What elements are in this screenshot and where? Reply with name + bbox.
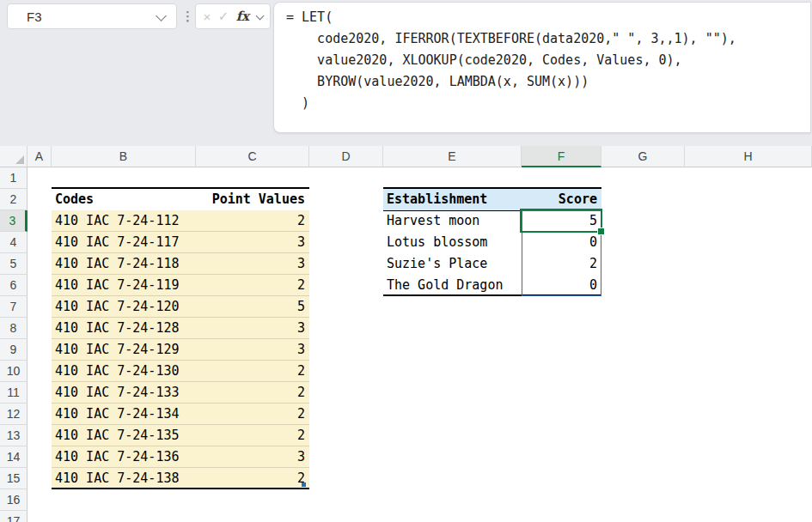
point-value-cell[interactable]: 3 (196, 446, 309, 468)
row-header-13[interactable]: 13 (0, 425, 27, 446)
range-end-marker (302, 483, 306, 487)
code-cell[interactable]: 410 IAC 7-24-117 (52, 232, 196, 253)
code-cell[interactable]: 410 IAC 7-24-119 (52, 275, 196, 296)
row-header-17[interactable]: 17 (0, 511, 27, 522)
column-header-d[interactable]: D (309, 146, 383, 167)
column-header-a[interactable]: A (27, 146, 52, 167)
formula-bar-area: F3 ⋮ × ✓ fx = LET( code2020, IFERROR(TEX… (0, 0, 812, 146)
code-cell[interactable]: 410 IAC 7-24-130 (52, 361, 196, 382)
formula-bar[interactable]: = LET( code2020, IFERROR(TEXTBEFORE(data… (273, 2, 811, 133)
code-cell[interactable]: 410 IAC 7-24-138 (52, 468, 196, 489)
establishment-name-cell[interactable]: Suzie's Place (383, 253, 522, 275)
code-cell[interactable]: 410 IAC 7-24-133 (52, 382, 196, 404)
fill-handle[interactable] (597, 228, 605, 235)
row-header-14[interactable]: 14 (0, 446, 27, 468)
row-header-1[interactable]: 1 (0, 167, 27, 189)
establishment-name-cell[interactable]: Harvest moon (383, 210, 522, 232)
column-header-e[interactable]: E (383, 146, 522, 167)
code-cell[interactable]: 410 IAC 7-24-134 (52, 404, 196, 425)
drag-handle-icon[interactable]: ⋮ (181, 3, 192, 30)
point-value-cell[interactable]: 2 (196, 382, 309, 404)
code-cell[interactable]: 410 IAC 7-24-112 (52, 210, 196, 232)
point-value-cell[interactable]: 5 (196, 296, 309, 318)
row-header-12[interactable]: 12 (0, 404, 27, 425)
formula-line: = LET( (286, 7, 810, 28)
row-header-6[interactable]: 6 (0, 275, 27, 296)
formula-line: BYROW(value2020, LAMBDA(x, SUM(x))) (286, 71, 810, 93)
point-value-cell[interactable]: 2 (196, 275, 309, 296)
formula-line: code2020, IFERROR(TEXTBEFORE(data2020," … (286, 28, 810, 50)
establishment-header-cell[interactable]: Establishment (383, 189, 522, 210)
column-header-f[interactable]: F (522, 146, 601, 167)
insert-function-icon[interactable]: fx (236, 9, 249, 24)
point-value-cell[interactable]: 2 (196, 210, 309, 232)
name-box-chevron-icon[interactable] (156, 10, 167, 21)
codes-table-bottom-border (52, 488, 309, 489)
score-header-cell[interactable]: Score (522, 189, 601, 210)
code-cell[interactable]: 410 IAC 7-24-118 (52, 253, 196, 275)
row-header-16[interactable]: 16 (0, 489, 27, 511)
code-cell[interactable]: 410 IAC 7-24-136 (52, 446, 196, 468)
code-cell[interactable]: 410 IAC 7-24-128 (52, 318, 196, 339)
code-cell[interactable]: 410 IAC 7-24-120 (52, 296, 196, 318)
codes-header-cell[interactable]: Codes (52, 189, 196, 210)
point-value-cell[interactable]: 2 (196, 425, 309, 446)
establishment-name-cell[interactable]: Lotus blossom (383, 232, 522, 253)
point-values-header-cell[interactable]: Point Values (196, 189, 309, 210)
establishment-name-cell[interactable]: The Gold Dragon (383, 275, 522, 296)
point-value-cell[interactable]: 2 (196, 361, 309, 382)
row-header-15[interactable]: 15 (0, 468, 27, 489)
active-cell-selection[interactable] (520, 209, 602, 233)
point-value-cell[interactable]: 3 (196, 339, 309, 361)
select-all-triangle-icon (15, 155, 24, 164)
name-box[interactable]: F3 (7, 3, 177, 29)
row-header-11[interactable]: 11 (0, 382, 27, 404)
point-value-cell[interactable]: 3 (196, 318, 309, 339)
formula-line: value2020, XLOOKUP(code2020, Codes, Valu… (286, 50, 810, 71)
row-header-2[interactable]: 2 (0, 189, 27, 210)
fx-chevron-icon[interactable] (255, 11, 264, 20)
point-value-cell[interactable]: 2 (196, 404, 309, 425)
row-header-7[interactable]: 7 (0, 296, 27, 318)
row-header-8[interactable]: 8 (0, 318, 27, 339)
point-value-cell[interactable]: 3 (196, 253, 309, 275)
point-value-cell[interactable]: 3 (196, 232, 309, 253)
formula-text: = LET( code2020, IFERROR(TEXTBEFORE(data… (286, 7, 810, 114)
row-header-4[interactable]: 4 (0, 232, 27, 253)
name-box-value: F3 (27, 9, 42, 24)
select-all-button[interactable] (0, 146, 27, 167)
point-value-cell[interactable]: 2 (196, 468, 309, 489)
column-header-h[interactable]: H (685, 146, 812, 167)
enter-icon[interactable]: ✓ (218, 9, 229, 24)
code-cell[interactable]: 410 IAC 7-24-135 (52, 425, 196, 446)
cancel-icon[interactable]: × (203, 9, 211, 24)
row-header-3[interactable]: 3 (0, 210, 27, 232)
formula-buttons: × ✓ fx (195, 3, 271, 29)
row-header-10[interactable]: 10 (0, 361, 27, 382)
spreadsheet-window: F3 ⋮ × ✓ fx = LET( code2020, IFERROR(TEX… (0, 0, 812, 522)
row-header-9[interactable]: 9 (0, 339, 27, 361)
column-header-g[interactable]: G (601, 146, 685, 167)
formula-line: ) (286, 93, 810, 114)
row-header-5[interactable]: 5 (0, 253, 27, 275)
column-header-b[interactable]: B (52, 146, 196, 167)
code-cell[interactable]: 410 IAC 7-24-129 (52, 339, 196, 361)
column-header-c[interactable]: C (196, 146, 309, 167)
